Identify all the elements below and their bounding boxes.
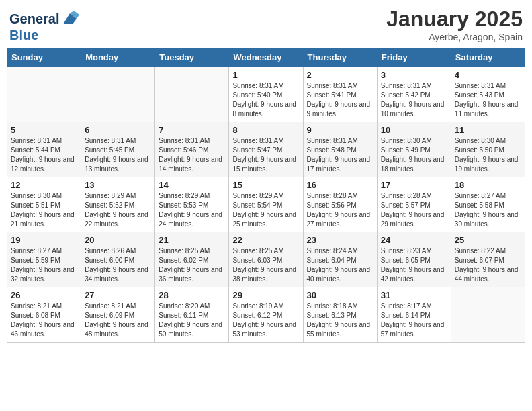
day-info: Sunrise: 8:29 AM Sunset: 5:52 PM Dayligh… bbox=[85, 191, 151, 229]
day-of-week-header: Friday bbox=[377, 48, 451, 67]
day-number: 12 bbox=[11, 180, 77, 190]
day-info: Sunrise: 8:21 AM Sunset: 6:09 PM Dayligh… bbox=[85, 302, 151, 339]
calendar-cell: 19Sunrise: 8:27 AM Sunset: 5:59 PM Dayli… bbox=[7, 232, 81, 287]
day-number: 18 bbox=[455, 180, 521, 190]
day-number: 13 bbox=[85, 180, 151, 190]
day-number: 25 bbox=[455, 235, 521, 245]
day-info: Sunrise: 8:17 AM Sunset: 6:14 PM Dayligh… bbox=[381, 302, 447, 339]
calendar-cell: 12Sunrise: 8:30 AM Sunset: 5:51 PM Dayli… bbox=[7, 177, 81, 232]
calendar-cell: 29Sunrise: 8:19 AM Sunset: 6:12 PM Dayli… bbox=[229, 287, 303, 342]
calendar-cell: 27Sunrise: 8:21 AM Sunset: 6:09 PM Dayli… bbox=[81, 287, 155, 342]
calendar-cell: 16Sunrise: 8:28 AM Sunset: 5:56 PM Dayli… bbox=[303, 177, 377, 232]
day-number: 31 bbox=[381, 290, 447, 300]
day-info: Sunrise: 8:31 AM Sunset: 5:47 PM Dayligh… bbox=[232, 136, 299, 174]
calendar-table: SundayMondayTuesdayWednesdayThursdayFrid… bbox=[7, 48, 525, 342]
day-number: 26 bbox=[11, 290, 77, 300]
day-number: 2 bbox=[307, 70, 373, 80]
calendar-cell: 5Sunrise: 8:31 AM Sunset: 5:44 PM Daylig… bbox=[7, 122, 81, 177]
day-info: Sunrise: 8:24 AM Sunset: 6:04 PM Dayligh… bbox=[307, 246, 373, 284]
day-info: Sunrise: 8:31 AM Sunset: 5:43 PM Dayligh… bbox=[455, 81, 521, 119]
calendar-cell: 1Sunrise: 8:31 AM Sunset: 5:40 PM Daylig… bbox=[229, 67, 303, 122]
calendar-cell: 9Sunrise: 8:31 AM Sunset: 5:48 PM Daylig… bbox=[303, 122, 377, 177]
calendar-week-row: 26Sunrise: 8:21 AM Sunset: 6:08 PM Dayli… bbox=[7, 287, 525, 342]
day-info: Sunrise: 8:31 AM Sunset: 5:44 PM Dayligh… bbox=[11, 136, 77, 174]
day-info: Sunrise: 8:25 AM Sunset: 6:02 PM Dayligh… bbox=[159, 246, 225, 284]
day-info: Sunrise: 8:31 AM Sunset: 5:41 PM Dayligh… bbox=[307, 81, 373, 119]
day-info: Sunrise: 8:27 AM Sunset: 5:59 PM Dayligh… bbox=[11, 246, 77, 284]
day-info: Sunrise: 8:19 AM Sunset: 6:12 PM Dayligh… bbox=[232, 302, 299, 339]
day-info: Sunrise: 8:25 AM Sunset: 6:03 PM Dayligh… bbox=[232, 246, 299, 284]
calendar-cell: 15Sunrise: 8:29 AM Sunset: 5:54 PM Dayli… bbox=[229, 177, 303, 232]
calendar-cell: 30Sunrise: 8:18 AM Sunset: 6:13 PM Dayli… bbox=[303, 287, 377, 342]
day-info: Sunrise: 8:31 AM Sunset: 5:42 PM Dayligh… bbox=[381, 81, 447, 119]
calendar-cell: 14Sunrise: 8:29 AM Sunset: 5:53 PM Dayli… bbox=[155, 177, 229, 232]
calendar-cell: 11Sunrise: 8:30 AM Sunset: 5:50 PM Dayli… bbox=[451, 122, 525, 177]
day-info: Sunrise: 8:31 AM Sunset: 5:40 PM Dayligh… bbox=[232, 81, 299, 119]
day-number: 1 bbox=[232, 70, 299, 80]
day-number: 20 bbox=[85, 235, 151, 245]
day-number: 4 bbox=[455, 70, 521, 80]
calendar-cell: 21Sunrise: 8:25 AM Sunset: 6:02 PM Dayli… bbox=[155, 232, 229, 287]
calendar-cell: 13Sunrise: 8:29 AM Sunset: 5:52 PM Dayli… bbox=[81, 177, 155, 232]
day-number: 29 bbox=[232, 290, 299, 300]
day-info: Sunrise: 8:29 AM Sunset: 5:54 PM Dayligh… bbox=[232, 191, 299, 229]
logo: General Blue bbox=[9, 9, 79, 42]
day-of-week-header: Saturday bbox=[451, 48, 525, 67]
location: Ayerbe, Aragon, Spain bbox=[386, 32, 523, 42]
day-number: 6 bbox=[85, 125, 151, 135]
day-number: 22 bbox=[232, 235, 299, 245]
logo-text-blue: Blue bbox=[9, 28, 38, 42]
day-number: 10 bbox=[381, 125, 447, 135]
day-info: Sunrise: 8:18 AM Sunset: 6:13 PM Dayligh… bbox=[307, 302, 373, 339]
day-number: 24 bbox=[381, 235, 447, 245]
title-area: January 2025 Ayerbe, Aragon, Spain bbox=[386, 7, 523, 42]
calendar-cell: 23Sunrise: 8:24 AM Sunset: 6:04 PM Dayli… bbox=[303, 232, 377, 287]
day-info: Sunrise: 8:26 AM Sunset: 6:00 PM Dayligh… bbox=[85, 246, 151, 284]
calendar-cell: 2Sunrise: 8:31 AM Sunset: 5:41 PM Daylig… bbox=[303, 67, 377, 122]
calendar-cell: 18Sunrise: 8:27 AM Sunset: 5:58 PM Dayli… bbox=[451, 177, 525, 232]
day-info: Sunrise: 8:20 AM Sunset: 6:11 PM Dayligh… bbox=[159, 302, 225, 339]
calendar-cell bbox=[451, 287, 525, 342]
calendar-cell: 28Sunrise: 8:20 AM Sunset: 6:11 PM Dayli… bbox=[155, 287, 229, 342]
day-info: Sunrise: 8:28 AM Sunset: 5:57 PM Dayligh… bbox=[381, 191, 447, 229]
day-number: 7 bbox=[159, 125, 225, 135]
calendar-week-row: 1Sunrise: 8:31 AM Sunset: 5:40 PM Daylig… bbox=[7, 67, 525, 122]
page-header: General Blue January 2025 Ayerbe, Aragon… bbox=[7, 7, 525, 42]
calendar-week-row: 19Sunrise: 8:27 AM Sunset: 5:59 PM Dayli… bbox=[7, 232, 525, 287]
day-number: 8 bbox=[232, 125, 299, 135]
day-number: 27 bbox=[85, 290, 151, 300]
day-number: 3 bbox=[381, 70, 447, 80]
calendar-cell: 10Sunrise: 8:30 AM Sunset: 5:49 PM Dayli… bbox=[377, 122, 451, 177]
calendar-cell: 17Sunrise: 8:28 AM Sunset: 5:57 PM Dayli… bbox=[377, 177, 451, 232]
calendar-cell: 6Sunrise: 8:31 AM Sunset: 5:45 PM Daylig… bbox=[81, 122, 155, 177]
day-number: 17 bbox=[381, 180, 447, 190]
day-number: 30 bbox=[307, 290, 373, 300]
day-number: 11 bbox=[455, 125, 521, 135]
day-number: 21 bbox=[159, 235, 225, 245]
calendar-cell: 26Sunrise: 8:21 AM Sunset: 6:08 PM Dayli… bbox=[7, 287, 81, 342]
day-info: Sunrise: 8:22 AM Sunset: 6:07 PM Dayligh… bbox=[455, 246, 521, 284]
logo-icon bbox=[60, 9, 79, 28]
day-info: Sunrise: 8:30 AM Sunset: 5:49 PM Dayligh… bbox=[381, 136, 447, 174]
day-number: 28 bbox=[159, 290, 225, 300]
day-number: 15 bbox=[232, 180, 299, 190]
day-info: Sunrise: 8:28 AM Sunset: 5:56 PM Dayligh… bbox=[307, 191, 373, 229]
calendar-cell bbox=[155, 67, 229, 122]
day-info: Sunrise: 8:27 AM Sunset: 5:58 PM Dayligh… bbox=[455, 191, 521, 229]
day-number: 5 bbox=[11, 125, 77, 135]
day-of-week-header: Tuesday bbox=[155, 48, 229, 67]
day-info: Sunrise: 8:23 AM Sunset: 6:05 PM Dayligh… bbox=[381, 246, 447, 284]
day-number: 23 bbox=[307, 235, 373, 245]
day-info: Sunrise: 8:30 AM Sunset: 5:50 PM Dayligh… bbox=[455, 136, 521, 174]
day-info: Sunrise: 8:21 AM Sunset: 6:08 PM Dayligh… bbox=[11, 302, 77, 339]
day-info: Sunrise: 8:29 AM Sunset: 5:53 PM Dayligh… bbox=[159, 191, 225, 229]
calendar-cell: 20Sunrise: 8:26 AM Sunset: 6:00 PM Dayli… bbox=[81, 232, 155, 287]
day-number: 16 bbox=[307, 180, 373, 190]
day-info: Sunrise: 8:30 AM Sunset: 5:51 PM Dayligh… bbox=[11, 191, 77, 229]
day-number: 9 bbox=[307, 125, 373, 135]
calendar-cell: 25Sunrise: 8:22 AM Sunset: 6:07 PM Dayli… bbox=[451, 232, 525, 287]
day-of-week-header: Thursday bbox=[303, 48, 377, 67]
month-title: January 2025 bbox=[386, 7, 523, 32]
calendar-cell bbox=[81, 67, 155, 122]
calendar-cell: 3Sunrise: 8:31 AM Sunset: 5:42 PM Daylig… bbox=[377, 67, 451, 122]
